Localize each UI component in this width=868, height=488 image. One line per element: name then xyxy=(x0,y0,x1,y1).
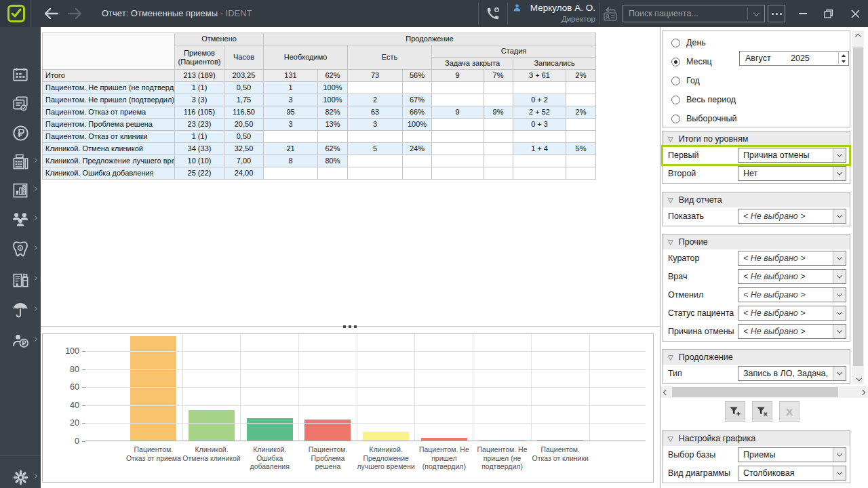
table-cell xyxy=(432,155,484,167)
chevron-down-icon xyxy=(837,469,842,474)
table-row[interactable]: Пациентом. Проблема решена23 (23)20,5031… xyxy=(43,119,596,131)
period-radio-3[interactable]: Весь период xyxy=(671,95,736,104)
expand-arrow-icon xyxy=(33,474,37,479)
dropdown-причина-отмены[interactable]: < Не выбрано > xyxy=(738,324,846,339)
radio-unselected-icon xyxy=(671,77,680,85)
restore-icon xyxy=(824,9,833,18)
dropdown-статус-пациента[interactable]: < Не выбрано > xyxy=(738,306,846,321)
table-row[interactable]: Пациентом. Не пришел (не подтвердил)1 (1… xyxy=(43,82,596,94)
sidebar-item-patients-group[interactable] xyxy=(0,205,41,233)
chevron-left-icon xyxy=(663,389,669,394)
dropdown-тип[interactable]: Запись в ЛО, Задача, Н... xyxy=(738,366,846,381)
dropdown-врач[interactable]: < Не выбрано > xyxy=(738,269,846,284)
period-radio-1[interactable]: Месяц xyxy=(671,57,712,66)
sidebar-item-reports-chart[interactable] xyxy=(0,176,41,204)
chevron-down-icon xyxy=(837,212,842,218)
table-row[interactable]: Клиникой. Отмена клиникой34 (33)32,50216… xyxy=(43,143,596,155)
dropdown-куратор[interactable]: < Не выбрано > xyxy=(738,251,846,266)
filter-row: Показать< Не выбрано > xyxy=(663,207,850,226)
dropdown-open-button[interactable] xyxy=(833,306,846,320)
table-row[interactable]: Клиникой. Ошибка добавления25 (22)24,00 xyxy=(43,167,596,180)
dropdown-выбор-базы[interactable]: Приемы xyxy=(738,447,846,462)
clear-filter-button[interactable] xyxy=(752,401,772,422)
table-row[interactable]: Пациентом. Не пришел (подтвердил)3 (3)1,… xyxy=(43,94,596,106)
app-logo[interactable] xyxy=(0,0,31,27)
col-header-required: Необходимо xyxy=(264,45,348,70)
filter-label: Вид диаграммы xyxy=(668,468,730,478)
section-header[interactable]: ▽Итоги по уровням xyxy=(663,131,850,146)
telephony-button[interactable] xyxy=(481,4,505,23)
dropdown-open-button[interactable] xyxy=(833,270,846,283)
sidebar-item-settings[interactable] xyxy=(0,463,41,488)
filter-label: Статус пациента xyxy=(668,308,734,318)
dropdown-open-button[interactable] xyxy=(833,167,846,180)
sidebar-item-calendar[interactable] xyxy=(0,60,41,89)
table-row[interactable]: Пациентом. Отказ от клиники1 (1)0,50 xyxy=(43,131,596,143)
month-year-spinner[interactable]: Август 2025 xyxy=(739,51,849,66)
add-filter-button[interactable] xyxy=(725,401,745,422)
scroll-right-button[interactable] xyxy=(857,386,868,398)
table-cell: 5% xyxy=(566,143,596,155)
table-row[interactable]: Клиникой. Предложение лучшего времени10 … xyxy=(43,155,596,167)
phone-gear-icon xyxy=(486,6,500,21)
spinner-down-button[interactable] xyxy=(839,58,848,64)
section-title: Прочие xyxy=(679,237,708,247)
minimize-button[interactable] xyxy=(790,0,816,27)
more-options-button[interactable] xyxy=(768,5,785,22)
dropdown-open-button[interactable] xyxy=(833,288,846,302)
sidebar-item-warehouse[interactable] xyxy=(0,265,41,293)
back-button[interactable] xyxy=(42,4,61,23)
table-row[interactable]: Пациентом. Отказ от приема116 (105)116,5… xyxy=(43,106,596,119)
section-header[interactable]: ▽Продолжение xyxy=(663,350,850,365)
user-menu[interactable]: Меркулов А. О. Директор xyxy=(513,1,595,26)
section-header[interactable]: ▽Прочие xyxy=(663,235,850,249)
horizontal-scrollbar[interactable] xyxy=(660,386,868,398)
vscroll-thumb[interactable] xyxy=(853,47,863,366)
period-radio-0[interactable]: День xyxy=(671,38,706,47)
dropdown-отменил[interactable]: < Не выбрано > xyxy=(738,287,846,302)
close-button[interactable] xyxy=(842,0,868,27)
sidebar-item-payments-ruble[interactable] xyxy=(0,119,41,147)
dropdown-второй[interactable]: Нет xyxy=(738,166,846,181)
report-title: Отчет: Отмененные приемы xyxy=(102,8,218,18)
dropdown-вид-диаграммы[interactable]: Столбиковая xyxy=(738,466,846,481)
table-cell xyxy=(403,167,432,180)
dropdown-open-button[interactable] xyxy=(833,148,846,162)
section-header[interactable]: ▽Вид отчета xyxy=(663,192,850,207)
table-row-total[interactable]: Итого213 (189)203,2513162%7356%97%3 + 61… xyxy=(43,70,596,82)
hscroll-thumb[interactable] xyxy=(672,387,838,397)
sidebar-item-cash-register[interactable] xyxy=(0,147,41,176)
patient-card-button[interactable] xyxy=(602,5,620,22)
patient-search-input[interactable] xyxy=(623,5,747,22)
period-radio-2[interactable]: Год xyxy=(671,76,700,85)
sidebar-item-salary-person-ruble[interactable] xyxy=(0,326,41,354)
forward-button[interactable] xyxy=(65,4,84,23)
dropdown-value: < Не выбрано > xyxy=(743,253,831,263)
restore-button[interactable] xyxy=(816,0,842,27)
sidebar-item-tooth[interactable] xyxy=(0,235,41,263)
spinner-up-button[interactable] xyxy=(839,52,848,58)
cancel-button-disabled[interactable]: X xyxy=(779,401,800,422)
dropdown-показать[interactable]: < Не выбрано > xyxy=(738,209,846,224)
dropdown-open-button[interactable] xyxy=(833,448,846,462)
section-header[interactable]: ▽Настройка графика xyxy=(663,431,850,446)
scroll-left-button[interactable] xyxy=(660,386,671,398)
dropdown-первый[interactable]: Причина отмены xyxy=(738,148,846,163)
dropdown-open-button[interactable] xyxy=(833,367,846,380)
radio-unselected-icon xyxy=(671,96,680,104)
search-dropdown-button[interactable] xyxy=(748,5,764,22)
dropdown-open-button[interactable] xyxy=(833,325,846,338)
dropdown-open-button[interactable] xyxy=(833,251,846,265)
row-label: Итого xyxy=(43,70,175,82)
table-cell: 9 xyxy=(432,106,484,119)
vertical-scrollbar[interactable] xyxy=(852,30,864,384)
scroll-down-button[interactable] xyxy=(852,373,864,384)
sidebar-item-visits-check[interactable] xyxy=(0,89,41,118)
gridline xyxy=(85,423,646,424)
dropdown-open-button[interactable] xyxy=(833,209,846,223)
scroll-up-button[interactable] xyxy=(852,30,864,41)
dropdown-open-button[interactable] xyxy=(833,466,846,480)
period-radio-4[interactable]: Выборочный xyxy=(671,114,736,123)
sidebar-item-insurance-umbrella[interactable] xyxy=(0,296,41,324)
splitter-handle[interactable] xyxy=(338,324,362,329)
